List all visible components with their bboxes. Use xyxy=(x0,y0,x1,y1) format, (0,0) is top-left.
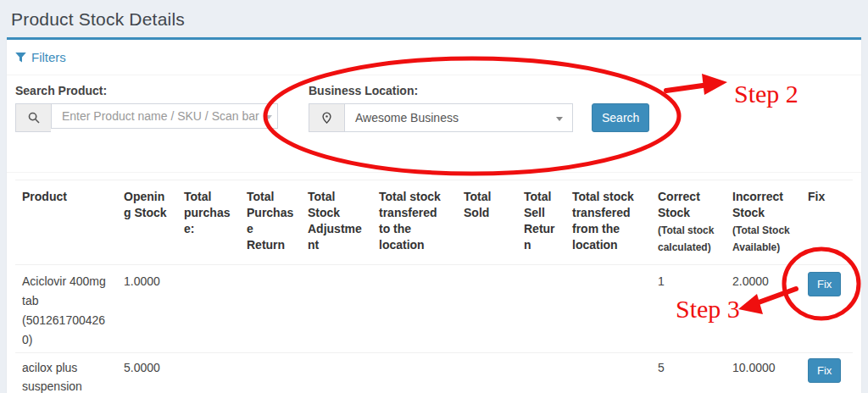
filters-header: Filters xyxy=(7,40,861,75)
column-header-total_stock_transfered_to_location: Total stock transfered to the location xyxy=(372,180,457,265)
filter-icon xyxy=(15,53,26,63)
business-location-label: Business Location: xyxy=(309,84,573,97)
cell-total_stock_transfered_to_location xyxy=(372,353,457,393)
cell-total_purchase xyxy=(177,353,240,393)
fix-button[interactable]: Fix xyxy=(808,358,841,383)
business-location-select[interactable]: Awesome Business xyxy=(344,103,573,132)
column-header-total_stock_adjustment: Total Stock Adjustment xyxy=(301,180,372,265)
column-header-incorrect_stock: Incorrect Stock (Total Stock Available) xyxy=(726,180,801,265)
search-input-caret-icon xyxy=(265,115,272,119)
column-header-fix: Fix xyxy=(801,180,853,265)
table-header-row: ProductOpening StockTotal purchase:Total… xyxy=(15,180,853,265)
cell-total_sold xyxy=(457,353,517,393)
filters-box: Filters Search Product: xyxy=(7,37,861,393)
cell-total_purchase_return xyxy=(240,353,301,393)
cell-opening_stock: 5.0000 xyxy=(117,353,177,393)
content-header: Product Stock Details xyxy=(0,0,868,37)
search-product-input[interactable] xyxy=(51,103,278,129)
map-marker-icon xyxy=(309,103,344,132)
cell-total_stock_transfered_from_location xyxy=(565,353,651,393)
column-header-total_purchase: Total purchase: xyxy=(177,180,240,265)
search-button[interactable]: Search xyxy=(592,103,649,132)
cell-correct_stock: 1 xyxy=(651,265,726,353)
stock-table: ProductOpening StockTotal purchase:Total… xyxy=(15,180,853,393)
column-header-total_stock_transfered_from_location: Total stock transfered from the location xyxy=(565,180,651,265)
column-header-total_purchase_return: Total Purchase Return xyxy=(240,180,301,265)
cell-product: Aciclovir 400mg tab (5012617004260) xyxy=(15,265,117,353)
column-header-opening_stock: Opening Stock xyxy=(117,180,177,265)
column-header-total_sell_return: Total Sell Return xyxy=(517,180,565,265)
search-product-label: Search Product: xyxy=(15,84,278,97)
table-body: Aciclovir 400mg tab (5012617004260)1.000… xyxy=(15,265,853,393)
cell-total_stock_transfered_to_location xyxy=(372,265,457,353)
table-row: Aciclovir 400mg tab (5012617004260)1.000… xyxy=(15,265,853,353)
column-header-product: Product xyxy=(15,180,117,265)
fix-button[interactable]: Fix xyxy=(808,272,841,296)
column-header-correct_stock: Correct Stock (Total stock calculated) xyxy=(651,180,726,265)
cell-total_sold xyxy=(457,265,517,353)
cell-total_purchase xyxy=(177,265,240,353)
cell-total_stock_adjustment xyxy=(301,265,372,353)
cell-opening_stock: 1.0000 xyxy=(117,265,177,353)
stock-table-area: ProductOpening StockTotal purchase:Total… xyxy=(7,173,861,393)
cell-total_stock_transfered_from_location xyxy=(565,265,651,353)
search-product-group: Search Product: xyxy=(15,84,278,132)
column-header-total_sold: Total Sold xyxy=(457,180,517,265)
cell-fix: Fix xyxy=(801,265,853,353)
cell-correct_stock: 5 xyxy=(651,353,726,393)
cell-total_purchase_return xyxy=(240,265,301,353)
search-icon xyxy=(15,103,51,132)
table-row: acilox plus suspension (6251875001638)5.… xyxy=(15,353,853,393)
business-location-group: Business Location: Awesome Business xyxy=(309,84,573,132)
cell-product: acilox plus suspension (6251875001638) xyxy=(15,353,117,393)
cell-total_sell_return xyxy=(517,265,565,353)
cell-fix: Fix xyxy=(801,353,853,393)
page-title: Product Stock Details xyxy=(11,9,185,29)
business-location-value: Awesome Business xyxy=(355,111,459,125)
cell-total_sell_return xyxy=(517,353,565,393)
chevron-down-icon xyxy=(556,117,563,121)
filter-body: Search Product: Business Location: xyxy=(7,75,861,173)
cell-total_stock_adjustment xyxy=(301,353,372,393)
filters-header-label: Filters xyxy=(31,50,66,64)
cell-incorrect_stock: 10.0000 xyxy=(726,353,801,393)
cell-incorrect_stock: 2.0000 xyxy=(726,265,801,353)
